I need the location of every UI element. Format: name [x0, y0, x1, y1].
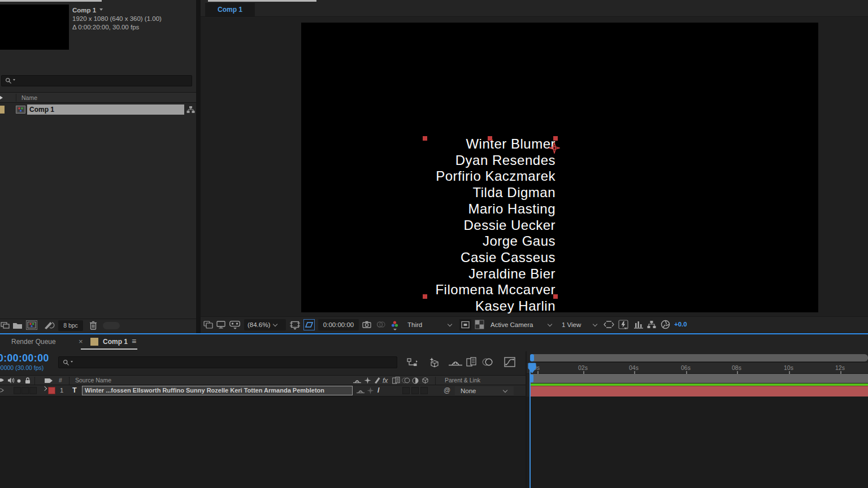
parent-link-column-header[interactable]: Parent & Link — [445, 376, 480, 385]
credits-text-layer[interactable]: Winter Blumer Dyan Resendes Porfirio Kac… — [435, 136, 555, 315]
comp-info: Comp 1 1920 x 1080 (640 x 360) (1.00) Δ … — [72, 6, 162, 32]
view-mode-dropdown[interactable]: Active Camera — [487, 319, 555, 330]
layer-shy-icon[interactable] — [357, 387, 364, 394]
panel-resize-pill[interactable] — [103, 322, 120, 329]
composition-tab[interactable]: Comp 1 — [205, 3, 255, 16]
main-viewer-icon[interactable] — [216, 321, 225, 329]
timeline-panel: Render Queue × Comp 1 ≡ 0:00:00:00 00000… — [0, 334, 868, 488]
project-search-input[interactable] — [1, 75, 192, 86]
channel-rgb-icon[interactable] — [390, 320, 399, 329]
render-queue-tab[interactable]: Render Queue — [11, 338, 56, 346]
layer-expand-chevron[interactable] — [42, 386, 47, 391]
solo-column-icon — [17, 379, 21, 383]
layer-duration-bar[interactable] — [530, 386, 868, 396]
transparency-grid-icon[interactable] — [475, 320, 484, 329]
new-folder-icon[interactable] — [12, 321, 23, 329]
layer-rasterize-icon[interactable] — [367, 387, 374, 394]
index-column-header[interactable]: # — [59, 376, 62, 385]
comp-flowchart-icon[interactable] — [647, 320, 656, 329]
chevron-down-icon — [273, 321, 277, 326]
composition-stage[interactable]: Winter Blumer Dyan Resendes Porfirio Kac… — [301, 23, 818, 312]
snapshot-camera-icon[interactable] — [362, 321, 371, 328]
selection-handle[interactable] — [553, 294, 558, 299]
audio-toggle-box[interactable] — [14, 387, 21, 394]
composition-tab-row: Comp 1 — [201, 0, 868, 17]
pick-whip-icon[interactable]: @ — [444, 386, 450, 394]
playhead-marker[interactable] — [527, 363, 537, 374]
draft-3d-icon[interactable] — [428, 357, 440, 368]
fx-toggle-box[interactable] — [402, 387, 410, 394]
comp-info-duration: Δ 0:00:20:00, 30.00 fps — [72, 23, 162, 32]
column-name-label[interactable]: Name — [21, 94, 37, 101]
composition-viewer[interactable]: Winter Blumer Dyan Resendes Porfirio Kac… — [201, 18, 868, 316]
solo-toggle-box[interactable] — [21, 387, 29, 394]
collapse-transformations-icon — [364, 377, 371, 384]
audio-column-icon — [7, 377, 15, 384]
lock-toggle-box[interactable] — [29, 387, 37, 394]
close-icon[interactable]: × — [79, 337, 83, 346]
credit-line: Jorge Gaus — [435, 233, 555, 250]
selection-handle[interactable] — [423, 294, 427, 299]
layer-label-chip[interactable] — [48, 387, 55, 394]
source-name-column-header[interactable]: Source Name — [75, 376, 111, 385]
frame-rate-info: 00000 (30.00 fps) — [0, 364, 44, 371]
vr-view-icon[interactable] — [229, 321, 240, 328]
selection-handle[interactable] — [423, 136, 427, 141]
preview-timecode[interactable]: 0:00:00:00 — [318, 319, 359, 330]
guide-options-dropdown[interactable]: Third — [404, 319, 455, 330]
parent-dropdown[interactable]: None — [455, 386, 514, 395]
chevron-down-icon — [448, 321, 452, 326]
comp-timeline-tab[interactable]: Comp 1 — [103, 338, 128, 346]
composition-mini-flowchart-icon[interactable] — [407, 358, 418, 367]
exposure-value[interactable]: +0.0 — [674, 321, 687, 328]
motion-blur-icon[interactable] — [482, 358, 493, 367]
timeline-search-input[interactable] — [58, 356, 397, 368]
grid-guides-icon[interactable] — [290, 320, 300, 329]
bit-depth-button[interactable]: 8 bpc — [58, 320, 83, 331]
magnification-dropdown[interactable]: (84.6%) — [244, 319, 286, 330]
view-layout-dropdown[interactable]: 1 View — [558, 319, 600, 330]
flowchart-icon[interactable] — [186, 106, 195, 114]
credit-line: Casie Casseus — [435, 250, 555, 266]
mask-visibility-toggle[interactable] — [303, 319, 315, 330]
frame-blend-switch-icon — [392, 377, 400, 384]
layer-source-name[interactable]: Winter ...fossen Ellsworth Ruffino Sunny… — [82, 386, 353, 395]
project-item-row[interactable]: Comp 1 — [0, 104, 196, 115]
playhead-line[interactable] — [530, 364, 531, 488]
fast-previews-icon[interactable] — [618, 320, 628, 329]
panel-menu-icon[interactable]: ≡ — [132, 337, 136, 346]
comp-label-chip[interactable] — [0, 106, 5, 114]
region-of-interest-icon[interactable] — [459, 319, 471, 330]
layer-quality-icon[interactable]: / — [377, 386, 380, 394]
selection-handle[interactable] — [553, 136, 558, 141]
comp-thumbnail — [0, 5, 69, 50]
timeline-zoom-scrollbar[interactable] — [530, 354, 868, 361]
frame-blend-toggle-box[interactable] — [411, 387, 419, 394]
reset-exposure-icon[interactable] — [661, 320, 670, 329]
layer-row[interactable]: 1 T Winter ...fossen Ellsworth Ruffino S… — [0, 385, 526, 396]
motion-blur-toggle-box[interactable] — [420, 387, 428, 394]
pixel-aspect-correction-icon[interactable] — [604, 321, 614, 328]
time-ruler[interactable]: 0s 02s 04s 06s 08s 10s 12s — [527, 362, 868, 374]
layer-video-icon[interactable] — [0, 387, 4, 393]
comp-info-title[interactable]: Comp 1 — [72, 7, 96, 14]
graph-editor-icon[interactable] — [504, 357, 515, 367]
anchor-point-icon[interactable] — [549, 142, 560, 154]
project-columns-header: Name — [0, 92, 196, 103]
interpret-footage-icon[interactable] — [1, 321, 10, 329]
hide-shy-layers-icon[interactable] — [449, 358, 462, 367]
timeline-columns-header: # Source Name fx — [0, 375, 526, 385]
work-area-bar[interactable] — [530, 374, 868, 383]
frame-blending-icon[interactable] — [466, 357, 477, 367]
render-engine-icon[interactable] — [44, 321, 55, 330]
show-snapshot-icon[interactable] — [376, 321, 385, 328]
current-timecode[interactable]: 0:00:00:00 — [0, 352, 49, 364]
new-composition-icon[interactable] — [26, 320, 37, 330]
always-preview-icon[interactable] — [203, 321, 213, 329]
timeline-button-icon[interactable] — [633, 320, 644, 329]
project-item-name[interactable]: Comp 1 — [27, 104, 184, 115]
selection-handle[interactable] — [488, 136, 492, 141]
lock-column-icon — [24, 377, 31, 384]
scrollbar-handle[interactable] — [530, 354, 534, 361]
trash-icon[interactable] — [89, 321, 97, 330]
